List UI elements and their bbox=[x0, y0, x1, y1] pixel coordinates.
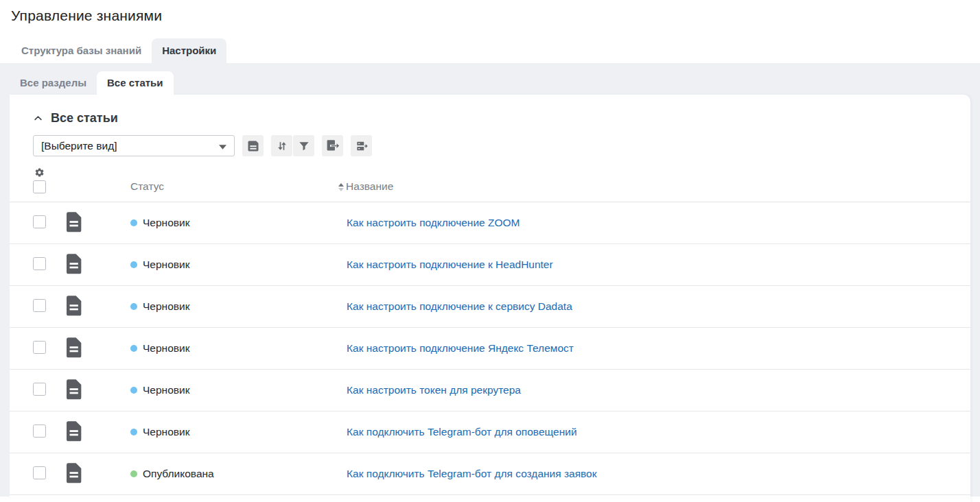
table-body: Черновик Как настроить подключение ZOOM … bbox=[10, 202, 970, 495]
row-checkbox[interactable] bbox=[33, 425, 46, 438]
table-row: Черновик Как настроить подключение к сер… bbox=[10, 286, 970, 328]
panel-title: Все статьи bbox=[51, 111, 118, 126]
sort-indicator-icon[interactable] bbox=[338, 183, 344, 191]
status-label: Черновик bbox=[143, 342, 189, 355]
table-row: Черновик Как настроить подключение к Hea… bbox=[10, 244, 970, 286]
status-dot bbox=[130, 345, 137, 352]
article-link[interactable]: Как настроить подключение к HeadHunter bbox=[347, 259, 553, 270]
table-row: Черновик Как настроить подключение ZOOM bbox=[10, 202, 970, 244]
toolbar bbox=[242, 135, 372, 156]
page-title: Управление знаниями bbox=[11, 0, 969, 24]
tab-all-sections[interactable]: Все разделы bbox=[10, 71, 97, 95]
chevron-up-icon[interactable] bbox=[33, 113, 43, 123]
tab-structure[interactable]: Структура базы знаний bbox=[11, 38, 152, 63]
gear-icon[interactable] bbox=[34, 167, 45, 178]
tab-settings[interactable]: Настройки bbox=[152, 38, 226, 63]
status-dot bbox=[130, 303, 137, 310]
chevron-down-icon bbox=[219, 140, 226, 152]
settings-tab-content: Все разделы Все статьи Все статьи [Выбер… bbox=[0, 63, 980, 497]
article-link[interactable]: Как настроить подключение ZOOM bbox=[347, 217, 520, 228]
article-icon bbox=[65, 295, 83, 316]
table-row: Опубликована Как подключить Telegram-бот… bbox=[10, 453, 970, 495]
status-dot bbox=[130, 261, 137, 268]
table-row: Черновик Как подключить Telegram-бот для… bbox=[10, 411, 970, 453]
article-icon bbox=[65, 211, 83, 232]
controls-row: [Выберите вид] bbox=[10, 126, 970, 156]
article-icon bbox=[65, 337, 83, 358]
article-link[interactable]: Как настроить подключение Яндекс Телемос… bbox=[347, 342, 574, 354]
row-checkbox[interactable] bbox=[33, 466, 46, 479]
row-checkbox[interactable] bbox=[33, 341, 46, 354]
row-checkbox[interactable] bbox=[33, 383, 46, 396]
status-dot bbox=[130, 219, 137, 226]
view-select[interactable]: [Выберите вид] bbox=[33, 135, 235, 156]
row-checkbox[interactable] bbox=[33, 299, 46, 312]
article-icon bbox=[65, 462, 83, 483]
save-button[interactable] bbox=[242, 135, 264, 156]
table-row: Черновик Как настроить подключение Яндек… bbox=[10, 328, 970, 370]
status-label: Черновик bbox=[143, 300, 189, 313]
status-label: Черновик bbox=[143, 384, 189, 396]
status-dot bbox=[130, 470, 137, 477]
status-label: Черновик bbox=[143, 426, 189, 438]
sort-icon bbox=[275, 139, 289, 153]
tab-all-articles[interactable]: Все статьи bbox=[97, 71, 174, 95]
table-row: Черновик Как настроить токен для рекруте… bbox=[10, 370, 970, 411]
filter-button[interactable] bbox=[293, 135, 314, 156]
table-header: Статус Название bbox=[10, 156, 970, 202]
export-icon bbox=[325, 139, 340, 153]
panel-head: Все статьи bbox=[10, 95, 970, 126]
status-dot bbox=[130, 387, 137, 394]
sort-button[interactable] bbox=[271, 135, 292, 156]
article-icon bbox=[65, 379, 83, 400]
column-header-status[interactable]: Статус bbox=[130, 180, 347, 193]
export-button[interactable] bbox=[322, 135, 343, 156]
row-checkbox[interactable] bbox=[33, 215, 46, 228]
view-select-value: [Выберите вид] bbox=[41, 140, 117, 152]
save-icon bbox=[246, 139, 260, 153]
article-link[interactable]: Как подключить Telegram-бот для создания… bbox=[347, 468, 597, 479]
article-link[interactable]: Как настроить подключение к сервису Dada… bbox=[347, 300, 572, 312]
main-tabs: Структура базы знаний Настройки bbox=[11, 38, 969, 63]
row-checkbox[interactable] bbox=[33, 257, 46, 270]
filter-icon bbox=[297, 139, 311, 153]
export-list-button[interactable] bbox=[351, 135, 372, 156]
page-header: Управление знаниями Структура базы знани… bbox=[0, 0, 980, 63]
status-dot bbox=[130, 429, 137, 435]
status-label: Черновик bbox=[143, 259, 189, 271]
sub-tabs: Все разделы Все статьи bbox=[10, 71, 970, 95]
status-label: Опубликована bbox=[143, 468, 214, 480]
export-list-icon bbox=[355, 139, 369, 153]
article-icon bbox=[65, 420, 83, 442]
article-icon bbox=[65, 253, 83, 274]
article-link[interactable]: Как подключить Telegram-бот для оповещен… bbox=[347, 426, 577, 438]
all-articles-panel: Все статьи [Выберите вид] bbox=[10, 95, 970, 502]
status-label: Черновик bbox=[143, 217, 189, 229]
article-link[interactable]: Как настроить токен для рекрутера bbox=[347, 384, 521, 396]
sort-filter-group bbox=[271, 135, 314, 156]
column-header-title[interactable]: Название bbox=[346, 180, 393, 193]
select-all-checkbox[interactable] bbox=[33, 180, 46, 193]
